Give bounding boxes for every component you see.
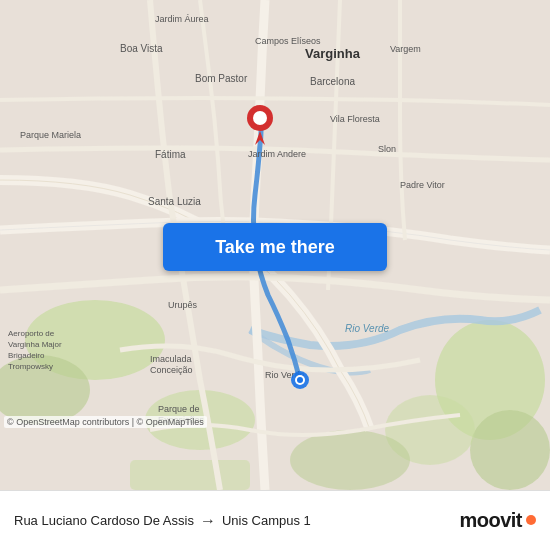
svg-text:Parque de: Parque de xyxy=(158,404,200,414)
svg-text:Vila Floresta: Vila Floresta xyxy=(330,114,380,124)
svg-text:Imaculada: Imaculada xyxy=(150,354,192,364)
svg-text:Urupês: Urupês xyxy=(168,300,198,310)
route-labels: Rua Luciano Cardoso De Assis → Unis Camp… xyxy=(14,512,311,530)
map-container: Varginha Boa Vista Bom Pastor Barcelona … xyxy=(0,0,550,490)
svg-text:Vargem: Vargem xyxy=(390,44,421,54)
svg-text:Bom Pastor: Bom Pastor xyxy=(195,73,248,84)
svg-point-40 xyxy=(297,377,303,383)
svg-text:Santa Luzia: Santa Luzia xyxy=(148,196,201,207)
svg-text:Brigadeiro: Brigadeiro xyxy=(8,351,45,360)
destination-label: Unis Campus 1 xyxy=(222,513,311,528)
svg-point-5 xyxy=(470,410,550,490)
svg-text:Fátima: Fátima xyxy=(155,149,186,160)
moovit-text: moovit xyxy=(459,509,522,532)
svg-text:Parque Mariela: Parque Mariela xyxy=(20,130,81,140)
svg-text:Trompowsky: Trompowsky xyxy=(8,362,53,371)
take-me-there-button[interactable]: Take me there xyxy=(163,223,387,271)
svg-text:Padre Vitor: Padre Vitor xyxy=(400,180,445,190)
svg-text:Campos Elíseos: Campos Elíseos xyxy=(255,36,321,46)
svg-point-37 xyxy=(253,111,267,125)
svg-text:Rio Verde: Rio Verde xyxy=(345,323,390,334)
svg-text:Slon: Slon xyxy=(378,144,396,154)
svg-text:Varginha Major: Varginha Major xyxy=(8,340,62,349)
svg-rect-7 xyxy=(130,460,250,490)
route-arrow-icon: → xyxy=(200,512,216,530)
moovit-logo: moovit xyxy=(459,509,536,532)
svg-point-8 xyxy=(290,430,410,490)
svg-text:Jardim Áurea: Jardim Áurea xyxy=(155,14,209,24)
osm-attribution: © OpenStreetMap contributors | © OpenMap… xyxy=(4,416,207,428)
moovit-dot-icon xyxy=(526,515,536,525)
svg-text:Boa Vista: Boa Vista xyxy=(120,43,163,54)
svg-text:Varginha: Varginha xyxy=(305,46,361,61)
svg-text:Aeroporto de: Aeroporto de xyxy=(8,329,55,338)
route-info: Rua Luciano Cardoso De Assis → Unis Camp… xyxy=(14,512,311,530)
svg-text:Jardim Andere: Jardim Andere xyxy=(248,149,306,159)
bottom-bar: Rua Luciano Cardoso De Assis → Unis Camp… xyxy=(0,490,550,550)
origin-label: Rua Luciano Cardoso De Assis xyxy=(14,513,194,528)
svg-text:Conceição: Conceição xyxy=(150,365,193,375)
svg-text:Barcelona: Barcelona xyxy=(310,76,355,87)
